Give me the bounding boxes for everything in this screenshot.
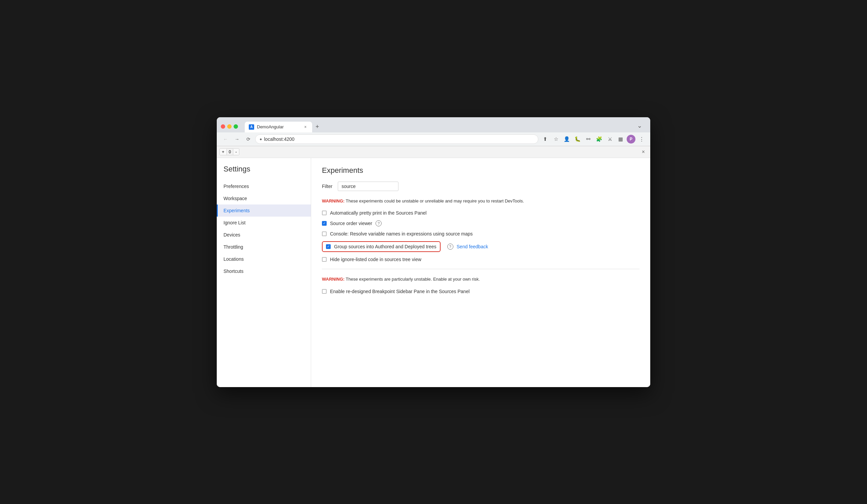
traffic-lights xyxy=(221,124,238,129)
settings-title: Settings xyxy=(217,165,311,180)
avatar-icon[interactable]: 👤 xyxy=(562,134,571,144)
profile-button[interactable]: P xyxy=(627,135,635,143)
sidebar-item-experiments[interactable]: Experiments xyxy=(217,205,311,217)
sidebar-item-shortcuts[interactable]: Shortcuts xyxy=(217,265,311,277)
new-tab-button[interactable]: + xyxy=(312,121,323,132)
filter-input[interactable] xyxy=(338,182,398,191)
flask-icon[interactable]: ⚔ xyxy=(605,134,614,144)
label-console-resolve: Console: Resolve variable names in expre… xyxy=(330,231,473,237)
checkbox-console-resolve[interactable] xyxy=(322,231,327,236)
settings-container: Settings Preferences Workspace Experimen… xyxy=(217,158,650,387)
chevron-down-icon[interactable]: ⌄ xyxy=(633,122,646,131)
help-icon-group-sources[interactable]: ? xyxy=(447,244,453,250)
warning-label-1: WARNING: xyxy=(322,198,344,204)
tab-close-button[interactable]: × xyxy=(303,124,308,130)
filter-row: Filter xyxy=(322,182,640,191)
devtools-panel: + 0 - × Settings Preferences Workspace E… xyxy=(217,146,650,387)
close-traffic-light[interactable] xyxy=(221,124,225,129)
devtools-header: + 0 - × xyxy=(217,146,650,158)
bug-icon[interactable]: 🐛 xyxy=(573,134,582,144)
zoom-controls: + 0 - xyxy=(220,148,239,155)
label-hide-ignore: Hide ignore-listed code in sources tree … xyxy=(330,257,421,262)
filter-label: Filter xyxy=(322,184,332,189)
browser-toolbar: ← → ⟳ ● localhost:4200 ⬆ ☆ 👤 🐛 ⚯ 🧩 ⚔ ▦ P… xyxy=(217,132,650,146)
active-tab[interactable]: A DemoAngular × xyxy=(245,122,312,132)
address-text: localhost:4200 xyxy=(264,136,294,142)
checkbox-pretty-print[interactable] xyxy=(322,210,327,215)
label-breakpoint-sidebar: Enable re-designed Breakpoint Sidebar Pa… xyxy=(330,289,470,294)
sidebar-item-preferences[interactable]: Preferences xyxy=(217,180,311,193)
menu-icon[interactable]: ⋮ xyxy=(637,134,646,144)
checkbox-hide-ignore[interactable] xyxy=(322,257,327,262)
back-button[interactable]: ← xyxy=(221,134,230,144)
label-group-sources: Group sources into Authored and Deployed… xyxy=(334,244,437,249)
bookmark-icon[interactable]: ☆ xyxy=(551,134,560,144)
toolbar-actions: ⬆ ☆ 👤 🐛 ⚯ 🧩 ⚔ ▦ P ⋮ xyxy=(540,134,646,144)
zoom-value: 0 xyxy=(226,149,234,155)
section-divider xyxy=(322,269,640,269)
share-icon[interactable]: ⬆ xyxy=(540,134,550,144)
tab-bar: A DemoAngular × + xyxy=(242,121,325,132)
help-icon-source-order[interactable]: ? xyxy=(375,220,382,227)
reload-button[interactable]: ⟳ xyxy=(244,134,253,144)
send-feedback-link[interactable]: Send feedback xyxy=(457,244,488,249)
settings-content: Experiments Filter WARNING: These experi… xyxy=(311,158,650,387)
devtools-icon[interactable]: ⚯ xyxy=(584,134,593,144)
forward-button[interactable]: → xyxy=(232,134,242,144)
minimize-traffic-light[interactable] xyxy=(227,124,232,129)
checkbox-group-sources[interactable] xyxy=(326,244,331,249)
puzzle-icon[interactable]: 🧩 xyxy=(594,134,604,144)
checkbox-source-order-viewer[interactable] xyxy=(322,221,327,226)
label-pretty-print: Automatically pretty print in the Source… xyxy=(330,210,426,216)
sidebar-item-workspace[interactable]: Workspace xyxy=(217,193,311,205)
experiment-item-source-order-viewer: Source order viewer ? xyxy=(322,220,640,227)
warning-label-2: WARNING: xyxy=(322,277,344,282)
settings-sidebar: Settings Preferences Workspace Experimen… xyxy=(217,158,311,387)
experiment-item-group-sources: Group sources into Authored and Deployed… xyxy=(322,241,640,252)
sidebar-item-locations[interactable]: Locations xyxy=(217,253,311,265)
sidebar-icon[interactable]: ▦ xyxy=(616,134,625,144)
sidebar-nav: Preferences Workspace Experiments Ignore… xyxy=(217,180,311,277)
checkbox-breakpoint-sidebar[interactable] xyxy=(322,289,327,294)
experiment-item-breakpoint-sidebar: Enable re-designed Breakpoint Sidebar Pa… xyxy=(322,289,640,294)
close-button[interactable]: × xyxy=(639,147,647,156)
warning-text-2-body: These experiments are particularly unsta… xyxy=(344,277,480,282)
zoom-in-button[interactable]: + xyxy=(220,149,226,155)
title-bar: A DemoAngular × + ⌄ xyxy=(217,117,650,132)
browser-chrome: A DemoAngular × + ⌄ ← → ⟳ ● localhost:42… xyxy=(217,117,650,146)
experiment-item-pretty-print: Automatically pretty print in the Source… xyxy=(322,210,640,216)
label-source-order-viewer: Source order viewer xyxy=(330,221,372,226)
warning-text-1-body: These experiments could be unstable or u… xyxy=(344,198,524,204)
experiment-item-console-resolve: Console: Resolve variable names in expre… xyxy=(322,231,640,237)
address-bar[interactable]: ● localhost:4200 xyxy=(255,134,538,144)
tab-favicon: A xyxy=(249,124,254,130)
warning-text-1: WARNING: These experiments could be unst… xyxy=(322,198,640,205)
sidebar-item-throttling[interactable]: Throttling xyxy=(217,241,311,253)
tab-title: DemoAngular xyxy=(257,124,300,129)
lock-icon: ● xyxy=(259,137,262,142)
maximize-traffic-light[interactable] xyxy=(234,124,238,129)
sidebar-item-ignore-list[interactable]: Ignore List xyxy=(217,217,311,229)
experiment-item-hide-ignore: Hide ignore-listed code in sources tree … xyxy=(322,257,640,262)
browser-window: A DemoAngular × + ⌄ ← → ⟳ ● localhost:42… xyxy=(217,117,650,387)
content-title: Experiments xyxy=(322,166,640,175)
sidebar-item-devices[interactable]: Devices xyxy=(217,229,311,241)
warning-text-2: WARNING: These experiments are particula… xyxy=(322,276,640,283)
zoom-out-button[interactable]: - xyxy=(233,149,239,155)
